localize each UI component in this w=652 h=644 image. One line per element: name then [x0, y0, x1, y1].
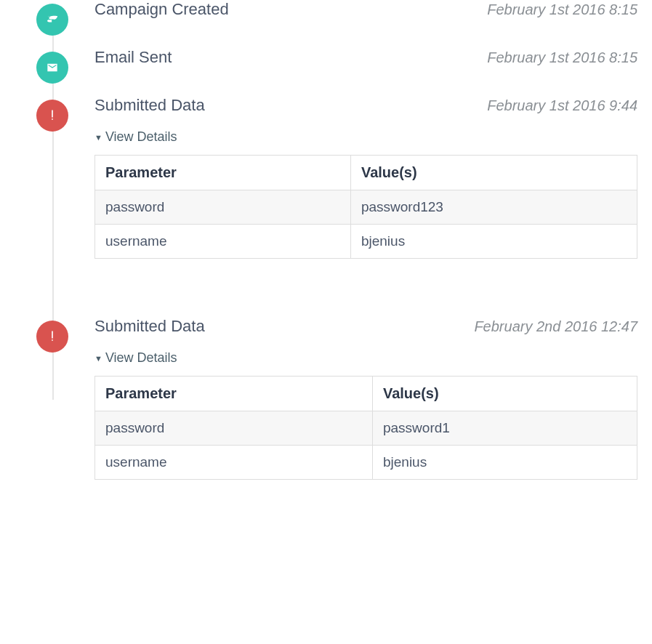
- table-cell-value: bjenius: [350, 225, 637, 259]
- timeline-date: February 2nd 2016 12:47: [474, 318, 637, 335]
- table-cell-value: password1: [372, 411, 637, 446]
- timeline-item: Campaign Created February 1st 2016 8:15: [36, 0, 637, 48]
- timeline-content: Submitted Data February 2nd 2016 12:47 ▼…: [94, 317, 637, 480]
- timeline-title: Campaign Created: [94, 0, 229, 19]
- table-cell-value: password123: [350, 190, 637, 225]
- exclaim-icon: [36, 100, 68, 132]
- details-table: Parameter Value(s) password password1 us…: [94, 376, 637, 480]
- view-details-toggle[interactable]: ▼ View Details: [94, 350, 177, 366]
- timeline-item: Submitted Data February 1st 2016 9:44 ▼ …: [36, 96, 637, 317]
- table-header-value: Value(s): [350, 156, 637, 190]
- rocket-icon: [36, 4, 68, 36]
- timeline-date: February 1st 2016 8:15: [487, 1, 637, 18]
- timeline-header: Email Sent February 1st 2016 8:15: [94, 48, 637, 67]
- table-cell-param: username: [95, 225, 351, 259]
- table-row: username bjenius: [95, 446, 637, 480]
- table-header-row: Parameter Value(s): [95, 156, 637, 190]
- exclaim-icon: [36, 321, 68, 353]
- table-row: password password123: [95, 190, 637, 225]
- details-table: Parameter Value(s) password password123 …: [94, 155, 637, 259]
- timeline-item: Email Sent February 1st 2016 8:15: [36, 48, 637, 96]
- timeline-content: Campaign Created February 1st 2016 8:15: [94, 0, 637, 19]
- timeline-title: Submitted Data: [94, 96, 205, 115]
- table-row: password password1: [95, 411, 637, 446]
- table-header-row: Parameter Value(s): [95, 377, 637, 411]
- timeline-content: Submitted Data February 1st 2016 9:44 ▼ …: [94, 96, 637, 259]
- view-details-label: View Details: [105, 350, 177, 366]
- timeline-date: February 1st 2016 9:44: [487, 97, 637, 114]
- timeline: Campaign Created February 1st 2016 8:15 …: [0, 0, 652, 509]
- caret-down-icon: ▼: [94, 133, 102, 142]
- timeline-title: Email Sent: [94, 48, 172, 67]
- timeline-header: Submitted Data February 1st 2016 9:44: [94, 96, 637, 115]
- table-cell-param: password: [95, 190, 351, 225]
- envelope-icon: [36, 52, 68, 84]
- table-header-value: Value(s): [372, 377, 637, 411]
- table-header-param: Parameter: [95, 156, 351, 190]
- timeline-item: Submitted Data February 2nd 2016 12:47 ▼…: [36, 317, 637, 509]
- timeline-header: Campaign Created February 1st 2016 8:15: [94, 0, 637, 19]
- timeline-header: Submitted Data February 2nd 2016 12:47: [94, 317, 637, 336]
- timeline-content: Email Sent February 1st 2016 8:15: [94, 48, 637, 67]
- timeline-date: February 1st 2016 8:15: [487, 49, 637, 66]
- table-cell-value: bjenius: [372, 446, 637, 480]
- view-details-label: View Details: [105, 129, 177, 145]
- timeline-title: Submitted Data: [94, 317, 205, 336]
- view-details-toggle[interactable]: ▼ View Details: [94, 129, 177, 145]
- table-cell-param: username: [95, 446, 373, 480]
- table-row: username bjenius: [95, 225, 637, 259]
- table-header-param: Parameter: [95, 377, 373, 411]
- table-cell-param: password: [95, 411, 373, 446]
- caret-down-icon: ▼: [94, 354, 102, 363]
